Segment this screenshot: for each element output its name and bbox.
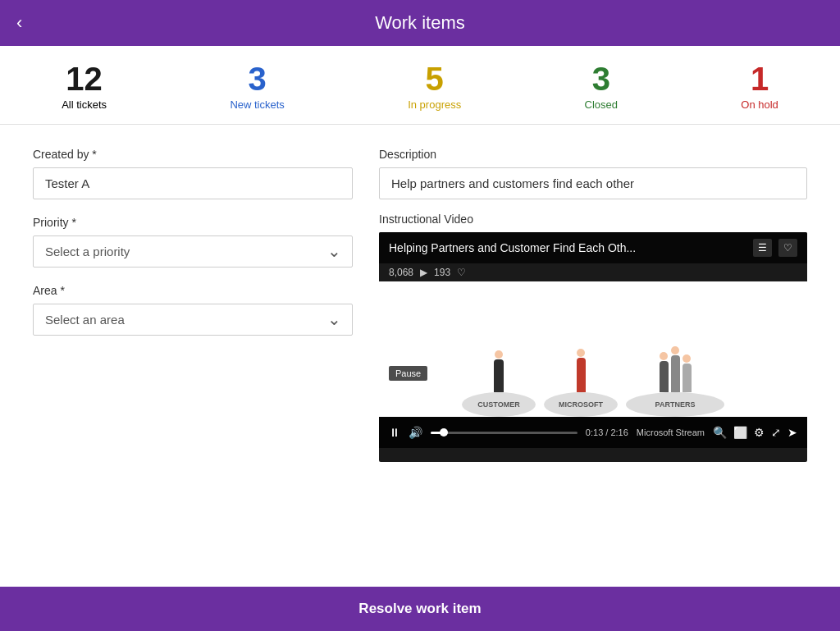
progress-fill	[431, 432, 444, 434]
stat-new-tickets[interactable]: 3 New tickets	[230, 62, 284, 111]
control-icons-right: 🔍 ⬜ ⚙ ⤢ ➤	[713, 426, 797, 439]
stat-all-tickets[interactable]: 12 All tickets	[62, 62, 107, 111]
stream-brand: Microsoft Stream	[637, 428, 705, 437]
area-select[interactable]: Select an area Technical Billing General	[33, 304, 353, 336]
microsoft-label: MICROSOFT	[544, 392, 618, 417]
stat-all-label: All tickets	[62, 98, 107, 111]
customer-label: CUSTOMER	[462, 392, 536, 417]
video-views: 8,068	[389, 267, 413, 278]
likes-heart-icon: ♡	[457, 267, 466, 278]
page-title: Work items	[16, 12, 824, 34]
pause-icon[interactable]: ⏸	[389, 426, 400, 439]
heart-icon[interactable]: ♡	[778, 239, 797, 257]
video-container[interactable]: Helping Partners and Customer Find Each …	[379, 232, 807, 462]
app-header: ‹ Work items	[0, 0, 840, 46]
progress-bar[interactable]	[431, 432, 578, 434]
settings-icon[interactable]: ⚙	[754, 426, 765, 439]
video-scene: CUSTOMER MICROSOFT	[379, 281, 807, 417]
main-content: Created by * Priority * Select a priorit…	[0, 125, 840, 587]
stat-in-progress[interactable]: 5 In progress	[408, 62, 461, 111]
cc-icon[interactable]: ☰	[753, 239, 772, 257]
stat-on-hold[interactable]: 1 On hold	[741, 62, 778, 111]
stats-bar: 12 All tickets 3 New tickets 5 In progre…	[0, 46, 840, 125]
stat-new-label: New tickets	[230, 98, 284, 111]
video-top-icons: ☰ ♡	[753, 239, 797, 257]
fullscreen-icon[interactable]: ⤢	[771, 426, 781, 439]
stat-progress-label: In progress	[408, 98, 461, 111]
stat-closed[interactable]: 3 Closed	[585, 62, 618, 111]
stat-closed-label: Closed	[585, 98, 618, 111]
scene-illustration: CUSTOMER MICROSOFT	[379, 281, 807, 417]
progress-dot	[440, 428, 448, 437]
created-by-group: Created by *	[33, 148, 353, 199]
video-likes: 193	[434, 267, 450, 278]
video-meta: 8,068 ▶ 193 ♡	[379, 263, 807, 281]
play-icon: ▶	[420, 267, 427, 278]
resolve-label: Resolve work item	[358, 601, 481, 617]
video-top-bar: Helping Partners and Customer Find Each …	[379, 232, 807, 263]
subtitles-icon[interactable]: ⬜	[733, 426, 747, 439]
volume-icon[interactable]: 🔊	[409, 426, 422, 439]
search-video-icon[interactable]: 🔍	[713, 426, 727, 439]
area-select-wrapper: Select an area Technical Billing General	[33, 304, 353, 336]
description-input[interactable]	[379, 167, 807, 199]
stat-hold-label: On hold	[741, 98, 778, 111]
description-label: Description	[379, 148, 807, 161]
priority-group: Priority * Select a priority High Medium…	[33, 216, 353, 267]
priority-select-wrapper: Select a priority High Medium Low	[33, 235, 353, 267]
area-label: Area *	[33, 284, 353, 297]
stat-hold-number: 1	[751, 62, 769, 95]
video-controls: ⏸ 🔊 0:13 / 2:16 Microsoft Stream 🔍 ⬜ ⚙ ⤢…	[379, 417, 807, 448]
share-icon[interactable]: ➤	[788, 426, 797, 439]
created-by-label: Created by *	[33, 148, 353, 161]
stat-all-number: 12	[66, 62, 103, 95]
left-column: Created by * Priority * Select a priorit…	[33, 148, 353, 570]
stat-progress-number: 5	[426, 62, 444, 95]
right-column: Description Instructional Video Helping …	[379, 148, 807, 570]
stat-closed-number: 3	[592, 62, 610, 95]
priority-label: Priority *	[33, 216, 353, 229]
video-title: Helping Partners and Customer Find Each …	[389, 241, 753, 254]
partners-platform: PARTNERS	[626, 346, 724, 417]
back-button[interactable]: ‹	[16, 12, 22, 34]
stat-new-number: 3	[248, 62, 266, 95]
description-group: Description	[379, 148, 807, 199]
priority-select[interactable]: Select a priority High Medium Low	[33, 235, 353, 267]
resolve-work-item-button[interactable]: Resolve work item	[0, 587, 840, 631]
microsoft-platform: MICROSOFT	[544, 349, 618, 417]
partners-label: PARTNERS	[626, 392, 724, 417]
customer-platform: CUSTOMER	[462, 350, 536, 417]
created-by-input[interactable]	[33, 167, 353, 199]
area-group: Area * Select an area Technical Billing …	[33, 284, 353, 336]
time-display: 0:13 / 2:16	[586, 428, 628, 437]
video-section-label: Instructional Video	[379, 213, 807, 226]
pause-button[interactable]: Pause	[389, 366, 427, 381]
